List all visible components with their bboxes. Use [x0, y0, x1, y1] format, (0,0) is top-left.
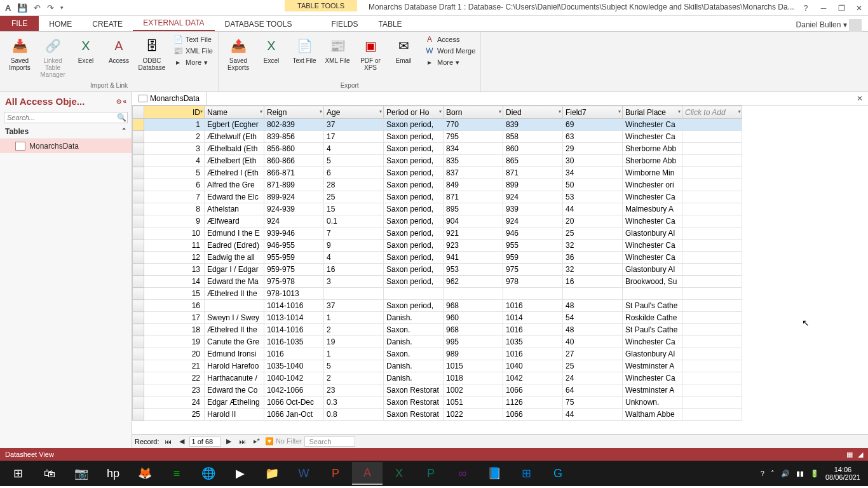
- cell[interactable]: [682, 203, 742, 215]
- cell[interactable]: Winchester Ca: [623, 372, 682, 384]
- cell[interactable]: 29: [563, 143, 623, 155]
- cell[interactable]: [324, 288, 384, 300]
- cell[interactable]: 839: [503, 119, 563, 131]
- tray-clock[interactable]: 14:06 08/06/2021: [825, 466, 860, 481]
- row-selector[interactable]: [133, 179, 144, 191]
- doc-close-icon[interactable]: ✕: [851, 94, 868, 103]
- cell[interactable]: 64: [563, 384, 623, 396]
- cell[interactable]: 1: [144, 119, 205, 131]
- cell[interactable]: [682, 227, 742, 240]
- nav-search[interactable]: 🔍: [4, 112, 128, 123]
- cell[interactable]: Alfred the Gre: [205, 179, 264, 191]
- cell[interactable]: Saxon period,: [384, 155, 444, 167]
- column-dropdown-icon[interactable]: ▾: [678, 109, 681, 114]
- import-excel-button[interactable]: XExcel: [71, 34, 100, 79]
- saved-imports-button[interactable]: 📥Saved Imports: [5, 34, 34, 79]
- cell[interactable]: 30: [563, 155, 623, 167]
- cell[interactable]: Brookwood, Su: [623, 276, 682, 288]
- cell[interactable]: Harthacanute /: [205, 372, 264, 384]
- cell[interactable]: Athelstan: [205, 203, 264, 215]
- taskbar-access[interactable]: A: [352, 462, 383, 485]
- cell[interactable]: 866-871: [264, 167, 324, 179]
- cell[interactable]: Æthelbald (Eth: [205, 143, 264, 155]
- cell[interactable]: 36: [563, 252, 623, 264]
- cell[interactable]: 959-975: [264, 264, 324, 276]
- cell[interactable]: [682, 143, 742, 155]
- column-header[interactable]: Name▾: [205, 106, 264, 119]
- cell[interactable]: [682, 312, 742, 324]
- table-row[interactable]: 1Egbert (Ecgher802-83937Saxon period,770…: [133, 119, 742, 131]
- cell[interactable]: 849: [444, 179, 503, 191]
- cell[interactable]: [682, 276, 742, 288]
- record-new-icon[interactable]: ▸*: [251, 437, 262, 445]
- tab-create[interactable]: CREATE: [82, 17, 133, 31]
- cell[interactable]: 968: [444, 300, 503, 312]
- cell[interactable]: [682, 119, 742, 131]
- cell[interactable]: 834: [444, 143, 503, 155]
- cell[interactable]: Saxon period,: [384, 276, 444, 288]
- view-design-icon[interactable]: ◢: [858, 451, 863, 459]
- cell[interactable]: Edward the Elc: [205, 191, 264, 203]
- cell[interactable]: Saxon period,: [384, 264, 444, 276]
- taskbar-hp[interactable]: hp: [98, 462, 128, 485]
- taskbar-vs[interactable]: ∞: [447, 462, 478, 485]
- qat-dropdown-icon[interactable]: ▾: [60, 4, 64, 11]
- cell[interactable]: Winchester Ca: [623, 252, 682, 264]
- cell[interactable]: 895: [444, 203, 503, 215]
- table-row[interactable]: 18Æthelred II the1014-10162Saxon.9681016…: [133, 324, 742, 336]
- cell[interactable]: Glastonbury Al: [623, 227, 682, 240]
- cell[interactable]: [682, 384, 742, 396]
- cell[interactable]: [682, 409, 742, 421]
- cell[interactable]: 4: [324, 143, 384, 155]
- export-email-button[interactable]: ✉Email: [389, 34, 418, 72]
- cell[interactable]: Winchester Ca: [623, 191, 682, 203]
- export-xml-button[interactable]: 📰XML File: [323, 34, 352, 72]
- cell[interactable]: Malmesbury A: [623, 203, 682, 215]
- row-selector[interactable]: [133, 119, 144, 131]
- taskbar-powerpoint[interactable]: P: [320, 462, 351, 485]
- cell[interactable]: [682, 215, 742, 227]
- column-dropdown-icon[interactable]: ▾: [499, 109, 501, 114]
- cell[interactable]: Eadred (Edred): [205, 240, 264, 252]
- row-selector[interactable]: [133, 396, 144, 409]
- column-dropdown-icon[interactable]: ▾: [260, 109, 262, 114]
- cell[interactable]: Saxon period,: [384, 179, 444, 191]
- cell[interactable]: Saxon period,: [384, 300, 444, 312]
- cell[interactable]: 924: [503, 215, 563, 227]
- cell[interactable]: 962: [444, 276, 503, 288]
- redo-icon[interactable]: ↷: [47, 3, 54, 13]
- taskbar-app3[interactable]: G: [543, 462, 573, 485]
- table-row[interactable]: 3Æthelbald (Eth856-8604Saxon period,8348…: [133, 143, 742, 155]
- cell[interactable]: 968: [444, 324, 503, 336]
- cell[interactable]: Saxon period,: [384, 143, 444, 155]
- taskbar-camera[interactable]: 📷: [66, 462, 97, 485]
- cell[interactable]: Winchester Ca: [623, 240, 682, 252]
- tab-external-data[interactable]: EXTERNAL DATA: [133, 16, 214, 31]
- cell[interactable]: 1035-1040: [264, 360, 324, 372]
- cell[interactable]: 1: [324, 312, 384, 324]
- cell[interactable]: 10: [144, 227, 205, 240]
- cell[interactable]: 2: [144, 131, 205, 143]
- cell[interactable]: 1066: [503, 409, 563, 421]
- cell[interactable]: 34: [563, 167, 623, 179]
- cell[interactable]: [205, 300, 264, 312]
- tab-table[interactable]: TABLE: [368, 17, 412, 31]
- cell[interactable]: 48: [563, 300, 623, 312]
- import-text-file-button[interactable]: 📄Text File: [173, 34, 213, 44]
- cell[interactable]: [682, 155, 742, 167]
- column-header[interactable]: Age▾: [324, 106, 384, 119]
- cell[interactable]: Saxon period,: [384, 191, 444, 203]
- tray-up-icon[interactable]: ˄: [771, 470, 775, 478]
- help-icon[interactable]: ?: [797, 0, 815, 16]
- cell[interactable]: 1002: [444, 384, 503, 396]
- cell[interactable]: Saxon.: [384, 348, 444, 360]
- table-row[interactable]: 6Alfred the Gre871-89928Saxon period,849…: [133, 179, 742, 191]
- row-selector[interactable]: [133, 288, 144, 300]
- cell[interactable]: 9: [144, 215, 205, 227]
- cell[interactable]: Saxon period,: [384, 240, 444, 252]
- tab-database-tools[interactable]: DATABASE TOOLS: [215, 17, 302, 31]
- table-row[interactable]: 20Edmund Ironsi10161Saxon.989101627Glast…: [133, 348, 742, 360]
- column-header[interactable]: Period or Ho▾: [384, 106, 444, 119]
- cell[interactable]: 1066 Oct-Dec: [264, 396, 324, 409]
- cell[interactable]: Edward the Co: [205, 384, 264, 396]
